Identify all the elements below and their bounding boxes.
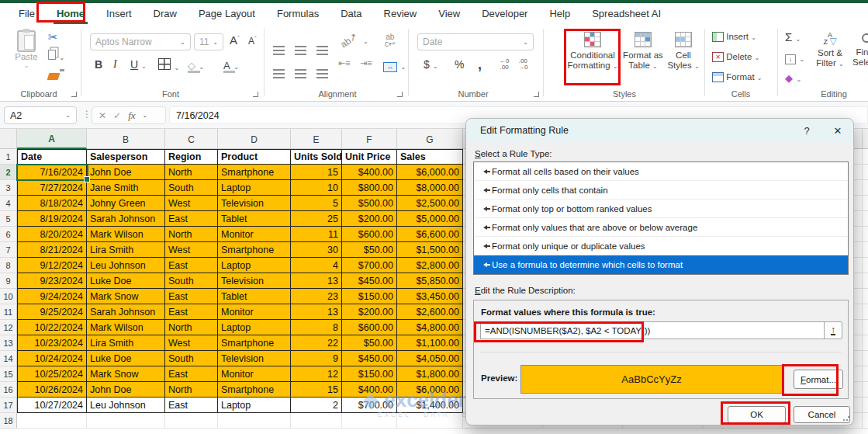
tab-formulas[interactable]: Formulas [266,5,330,23]
find-select-button[interactable]: Find &Select ⌄ [850,32,868,68]
rule-type-option-4[interactable]: Format only unique or duplicate values [474,237,848,255]
insert-function-icon[interactable]: fx [128,109,135,122]
decrease-decimal-icon[interactable]: .00→0 [518,58,527,71]
cell[interactable]: 10/27/2024 [17,398,87,413]
align-top-icon[interactable] [273,36,285,50]
cell[interactable]: 8/18/2024 [17,196,87,211]
rule-type-option-5[interactable]: Use a formula to determine which cells t… [474,255,848,274]
tab-draw[interactable]: Draw [143,5,188,23]
number-dialog-launcher-icon[interactable] [534,92,539,97]
cell[interactable]: 25 [291,211,342,227]
cell[interactable]: 9/23/2024 [17,273,87,289]
cell[interactable]: John Doe [87,165,165,180]
row-header-8[interactable]: 8 [0,258,17,273]
cell[interactable]: 8/19/2024 [17,211,87,227]
cell[interactable]: West [165,335,218,351]
tab-review[interactable]: Review [373,5,428,23]
cell[interactable] [863,289,868,304]
rule-type-option-0[interactable]: Format all cells based on their values [474,162,848,181]
font-size-combo[interactable]: 11⌄ [194,33,223,50]
cell[interactable]: $200.00 [342,304,397,320]
name-box[interactable]: A2⌄ [4,106,77,124]
cell[interactable]: 9 [291,351,342,366]
cell[interactable]: $6,000.00 [397,165,463,180]
row-header-14[interactable]: 14 [0,351,17,366]
collapse-dialog-button[interactable]: ↑ [824,321,842,339]
decrease-font-icon[interactable]: Aˇ [248,35,257,47]
cell[interactable]: Television [218,351,291,366]
cell[interactable]: Unit Price [342,149,397,165]
cell[interactable]: East [165,304,218,320]
cell[interactable]: East [165,211,218,227]
align-bottom-icon[interactable] [316,36,328,50]
column-header-C[interactable]: C [165,129,218,149]
cell[interactable]: $200.00 [342,211,397,227]
cell[interactable]: $1,500.00 [397,242,463,258]
cell[interactable]: 8/20/2024 [17,227,87,242]
row-header-5[interactable]: 5 [0,211,17,227]
cell[interactable] [863,196,868,211]
tab-insert[interactable]: Insert [95,5,143,23]
cell[interactable]: Sarah Johnson [87,304,165,320]
cell[interactable]: $2,500.00 [397,196,463,211]
row-header-10[interactable]: 10 [0,289,17,304]
row-header-18[interactable]: 18 [0,413,17,429]
cell[interactable]: $1,800.00 [397,366,463,382]
cell[interactable]: $4,050.00 [397,351,463,366]
cell[interactable]: 10/23/2024 [17,335,87,351]
cell[interactable]: West [165,196,218,211]
rule-type-option-3[interactable]: Format only values that are above or bel… [474,218,848,237]
orientation-chevron-icon[interactable]: ⌄ [363,38,368,45]
increase-decimal-icon[interactable]: ←0.00 [500,58,509,71]
cell[interactable]: Smartphone [218,335,291,351]
cell[interactable]: 10/25/2024 [17,366,87,382]
cell[interactable]: 22 [291,335,342,351]
cell[interactable]: West [165,242,218,258]
cell[interactable]: Monitor [218,304,291,320]
cell[interactable]: Product [218,149,291,165]
cell[interactable]: South [165,351,218,366]
cell[interactable]: Date [17,149,87,165]
cell[interactable]: $4,800.00 [397,320,463,335]
column-header-E[interactable]: E [291,129,342,149]
cell[interactable]: John Doe [87,382,165,398]
cell[interactable]: $3,450.00 [397,289,463,304]
cell[interactable]: Television [218,196,291,211]
cell[interactable]: Lira Smith [87,335,165,351]
cell[interactable]: $700.00 [342,258,397,273]
cell[interactable]: Sales [397,149,463,165]
dialog-resize-grip[interactable] [842,414,850,422]
cell[interactable]: South [165,273,218,289]
tab-data[interactable]: Data [330,5,372,23]
autosum-button[interactable]: Σ ⌄ [785,30,801,43]
percent-format-button[interactable]: % [455,58,464,71]
cell[interactable]: Mark Wilson [87,227,165,242]
cell[interactable] [863,273,868,289]
cell[interactable] [863,227,868,242]
cell[interactable] [291,413,342,429]
row-header-17[interactable]: 17 [0,398,17,413]
cell[interactable]: Monitor [218,366,291,382]
cell[interactable]: North [165,320,218,335]
fx-chevron-icon[interactable]: ⌄ [143,112,148,119]
cell[interactable]: $8,000.00 [397,180,463,196]
copy-button[interactable]: ⌄ [48,49,64,63]
cell[interactable]: Jane Smith [87,180,165,196]
tab-help[interactable]: Help [538,5,581,23]
cell[interactable]: $50.00 [342,242,397,258]
cell[interactable]: 10/24/2024 [17,351,87,366]
cell[interactable]: $6,600.00 [397,227,463,242]
cell[interactable] [863,398,868,413]
rule-formula-input[interactable]: =AND(ISNUMBER($A2), $A2 < TODAY()) [480,321,825,339]
cell[interactable]: Mark Wilson [87,320,165,335]
cell[interactable]: North [165,165,218,180]
cell[interactable]: Lira Smith [87,242,165,258]
cell[interactable]: 9/25/2024 [17,304,87,320]
cell[interactable]: 10/22/2024 [17,320,87,335]
clear-button[interactable]: ◆ ⌄ [785,71,801,85]
paste-button[interactable]: Paste ⌄ [11,30,42,69]
merge-center-button[interactable]: ↔ ⌄ [383,58,406,72]
cell[interactable] [218,413,291,429]
cell[interactable]: 23 [291,289,342,304]
cell[interactable]: 30 [291,242,342,258]
